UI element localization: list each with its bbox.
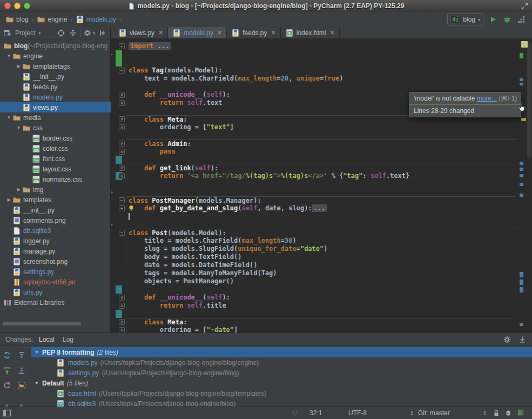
tree-item-logger-py[interactable]: logger.py [0,236,111,246]
tree-item-manage-py[interactable]: manage.py [0,246,111,256]
fold-arrow-icon[interactable]: ▶ [111,189,113,195]
code-line[interactable]: date = models.DateTimeField() [111,261,532,269]
tree-item-border-css[interactable]: cssborder.css [0,133,111,143]
coverage-button[interactable] [517,15,526,24]
code-line[interactable] [111,131,532,139]
tree-item-layout-css[interactable]: csslayout.css [0,164,111,174]
commit-button[interactable]: VCS [2,365,12,375]
close-tab-icon[interactable]: ✕ [217,29,222,36]
fold-toggle-icon[interactable]: ∧ [119,100,125,106]
changed-file-settings-py[interactable]: settings.py(/Users/topka/Projects/django… [31,368,532,378]
expand-all-button[interactable] [17,350,26,360]
tree-item-db-sqlite3[interactable]: db.sqlite3 [0,225,111,236]
fold-toggle-icon[interactable]: ∨ [119,92,125,98]
changed-file-db-sqlite3[interactable]: ?db.sqlite3(/Users/topka/Projects/django… [31,398,532,407]
file-encoding[interactable]: UTF-8 [348,407,367,419]
editor-tab-feeds-py[interactable]: feeds.py✕ [227,27,281,38]
stripe-marker[interactable] [520,183,523,186]
resize-icon[interactable] [521,2,529,10]
tree-item-css[interactable]: ▼css [0,123,111,133]
code-line[interactable]: −class PostManager(models.Manager): [111,196,532,204]
code-line[interactable]: title = models.CharField(max_length=30) [111,237,532,245]
fold-toggle-icon[interactable]: ∨ [119,319,125,325]
code-line[interactable] [111,212,532,221]
stripe-marker[interactable] [520,174,523,177]
code-line[interactable]: ∨ class Admin: [111,139,532,148]
code-line[interactable]: ∨ class Meta: [111,318,532,326]
run-configuration-selector[interactable]: dj blog ▾ [447,14,483,25]
changelist-default[interactable]: ▼Default(5 files) [31,378,532,388]
tree-item-views-py[interactable]: views.py [0,102,111,112]
tree-item-urls-py[interactable]: urls.py [0,287,111,297]
vcs-branch[interactable]: Git: master [418,407,450,419]
code-line[interactable]: ▶ [111,50,532,58]
tree-item-blog[interactable]: blog (~/Projects/django-blog-eng [0,41,111,51]
collapse-all-button[interactable] [69,29,77,37]
close-tab-icon[interactable]: ✕ [158,29,163,36]
inspections-profile-icon[interactable] [504,407,512,419]
run-button[interactable] [489,15,497,24]
fold-toggle-icon[interactable]: ∨ [119,295,125,301]
code-line[interactable]: ∧ ordering = ["-date"] [111,326,532,332]
tree-item-sqlitejdbc-v056-jar[interactable]: sqlitejdbc-v056.jar [0,277,111,287]
chevron-expanded-icon[interactable]: ▼ [5,115,12,120]
tooltip-more-link[interactable]: more... [477,95,497,102]
chevron-expanded-icon[interactable]: ▼ [15,125,22,130]
fold-toggle-icon[interactable]: + [119,205,125,211]
tree-item-external-libraries[interactable]: External Libraries [0,297,111,308]
breadcrumb-item[interactable]: engine› [37,15,73,24]
tree-item-screenshot-png[interactable]: screenshot.png [0,256,111,267]
stripe-marker[interactable] [520,168,523,171]
editor-tab-views-py[interactable]: views.py✕ [114,27,168,38]
stripe-marker[interactable] [520,162,523,165]
code-line[interactable]: objects = PostManager() [111,277,532,285]
chevron-down-icon[interactable]: ▾ [38,31,41,36]
fold-arrow-icon[interactable]: ▶ [111,51,113,57]
fold-toggle-icon[interactable]: ∨ [119,116,125,122]
tab-log[interactable]: Log [63,336,73,343]
group-by-directory-button[interactable] [17,381,26,390]
code-line[interactable]: tags = models.ManyToManyField(Tag) [111,269,532,277]
code-editor[interactable]: +import ...▶−class Tag(models.Model): te… [111,39,532,332]
tree-item-feeds-py[interactable]: feeds.py [0,82,111,92]
chevron-expanded-icon[interactable]: ▼ [35,350,42,355]
refresh-button[interactable] [2,350,12,360]
breadcrumb-item[interactable]: models.py› [76,15,122,24]
code-line[interactable] [111,310,532,318]
editor-tab-index-html[interactable]: hindex.html✕ [281,27,340,38]
tree-item-font-css[interactable]: cssfont.css [0,154,111,164]
tool-window-toggle[interactable] [3,407,11,419]
error-stripe[interactable] [516,39,532,332]
debug-button[interactable] [503,15,511,24]
chevron-collapsed-icon[interactable]: ▶ [5,197,12,202]
locate-file-button[interactable] [57,29,65,37]
stripe-marker[interactable] [520,287,523,292]
code-line[interactable] [111,58,532,66]
code-line[interactable]: + def get_by_date_and_slug(self, date, s… [111,204,532,212]
close-tab-icon[interactable]: ✕ [271,29,276,36]
code-line[interactable]: ∧ pass [111,148,532,156]
tree-item-templatetags[interactable]: ▶templatetags [0,61,111,71]
code-line[interactable]: text = models.CharField(max_length=20, u… [111,75,532,83]
code-line[interactable] [111,180,532,188]
intention-bulb-icon[interactable] [127,204,135,212]
tree-item-media[interactable]: ▼media [0,112,111,123]
code-line[interactable]: ∨ def get_link(self): [111,164,532,172]
code-line[interactable]: ∧ return self.title [111,302,532,310]
chevron-collapsed-icon[interactable]: ▶ [15,64,22,69]
tree-item--init-py[interactable]: __init__.py [0,71,111,82]
tree-item-templates[interactable]: ▶templates [0,195,111,205]
code-line[interactable]: ▶ [111,221,532,229]
fold-arrow-icon[interactable]: ▶ [111,222,113,228]
breadcrumb-item[interactable]: blog› [5,15,35,24]
tree-item-normalize-css[interactable]: cssnormalize.css [0,174,111,184]
tree-item-engine[interactable]: ▼engine [0,51,111,61]
changed-file-base-html[interactable]: hbase.html(/Users/topka/Projects/django-… [31,388,532,398]
chevron-collapsed-icon[interactable]: ▶ [15,187,22,192]
lock-icon[interactable] [493,407,500,419]
fold-toggle-icon[interactable]: − [119,68,125,74]
horizontal-scrollbar[interactable] [0,321,110,326]
gear-icon[interactable] [83,29,92,37]
stripe-marker[interactable] [520,53,523,58]
code-line[interactable]: body = models.TextField() [111,253,532,261]
